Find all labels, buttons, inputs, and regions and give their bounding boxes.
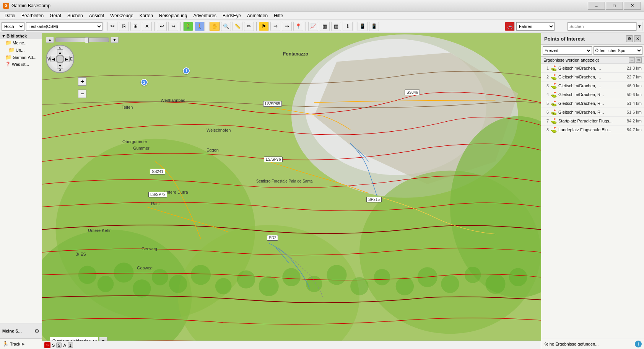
cut-button[interactable]: ✂ [107,22,117,31]
compass-down-btn[interactable]: ▼ [57,62,63,68]
map-zoom-out-btn[interactable]: – [78,90,86,98]
menu-item-birdseye[interactable]: BirdsEye [220,12,244,19]
poi-row[interactable]: 7 ⛳ Startplatz Paragleiter Flugs... 84.2… [541,117,644,126]
poi-info-btn[interactable]: i [635,341,642,347]
svg-point-16 [215,278,232,295]
poi-row[interactable]: 4 ⛳ Gleitschim/Drachen, R... 50.6 km [541,90,644,99]
redo-button[interactable]: ↪ [168,22,178,31]
pan-button[interactable]: ✋ [210,22,220,31]
folder-icon: 📁 [8,47,15,53]
select-button1[interactable]: ▦ [320,22,330,31]
track-blue-button[interactable]: 🚶 [195,22,205,31]
waypoint-2[interactable]: 2 [141,79,148,86]
zoom-tool-button[interactable]: 🔍 [221,22,231,31]
menu-item-karten[interactable]: Karten [137,12,156,19]
route-button1[interactable]: ⇒ [270,22,280,31]
paste-button[interactable]: ⊞ [130,22,140,31]
zoom-out-btn[interactable]: ▲ [46,37,54,43]
menu-item-reiseplanung[interactable]: Reiseplanung [156,12,190,19]
sidebar-item-un---[interactable]: 📁Un... [0,46,42,54]
map-zoom-btns: + – [46,77,119,98]
menu-item-datei[interactable]: Datei [2,12,18,19]
sidebar-item-was-ist---[interactable]: ❓Was ist... [0,61,42,67]
svg-point-25 [418,267,437,287]
minimize-button[interactable]: – [588,2,605,10]
compass-up-btn[interactable]: ▲ [57,49,63,55]
divider2 [154,22,154,31]
measure-button[interactable]: 📏 [233,22,242,31]
map-zoom-in-btn[interactable]: + [78,77,86,86]
zoom-slider-area[interactable]: ▲ ▼ [46,37,119,43]
poi-refresh-btn[interactable]: ↻ [636,57,642,63]
copy-button[interactable]: ⎘ [119,22,129,31]
draw-button[interactable]: ✏ [244,22,254,31]
poi-row[interactable]: 5 ⛳ Gleitschim/Drachen, R... 51.4 km [541,99,644,108]
compass-left-btn[interactable]: ◀ [50,56,57,62]
menu-item-ansicht[interactable]: Ansicht [86,12,107,19]
library-header[interactable]: ▼ Bibliothek [0,33,42,39]
menu-item-adventures[interactable]: Adventures [190,12,220,19]
poi-row[interactable]: 1 ⛳ Gleitschim/Drachen, ... 21.3 km [541,64,644,73]
search-dropdown-btn[interactable]: ▾ [636,22,642,31]
zoom-dropdown[interactable]: Hoch [2,22,24,31]
poi-row[interactable]: 8 ⛳ Landeplatz Flugschule Blu... 84.7 km [541,126,644,134]
zoom-thumb[interactable] [85,37,89,43]
undo-button[interactable]: ↩ [157,22,167,31]
sidebar-item-meine---[interactable]: 📁Meine... [0,39,42,46]
poi-settings-btn[interactable]: ⚙ [626,35,633,42]
zoom-in-btn[interactable]: ▼ [111,37,119,43]
library-label: Bibliothek [7,34,27,38]
poi-panel: Points of Interest ⚙ ✕ Freizeit Öffentli… [541,33,644,349]
menu-item-bearbeiten[interactable]: Bearbeiten [18,12,47,19]
menu-item-hilfe[interactable]: Hilfe [271,12,286,19]
profile-button[interactable]: 📈 [308,22,318,31]
menu-item-werkzeuge[interactable]: Werkzeuge [107,12,136,19]
device-button2[interactable]: 📱 [369,22,379,31]
app-icon: G [3,3,9,9]
track-icon: 🏃 [2,341,8,347]
poi-row[interactable]: 2 ⛳ Gleitschim/Drachen, ... 22.7 km [541,73,644,82]
svg-point-20 [306,276,322,292]
poi-filter1-select[interactable]: Freizeit [543,46,592,55]
device-button1[interactable]: 📱 [358,22,368,31]
waypoint-1[interactable]: 1 [183,67,190,74]
maximize-button[interactable]: □ [606,2,623,10]
svg-point-29 [509,268,527,286]
svg-point-18 [259,276,279,296]
track-item[interactable]: 🏃 Track ▶ [2,340,40,347]
zoom-track[interactable] [55,38,109,42]
transport-dropdown[interactable]: Fahren [516,22,555,31]
poi-close-btn[interactable]: ✕ [634,35,641,42]
poi-more-btn[interactable]: ··· [629,57,635,63]
map-dropdown[interactable]: Testkarte(OSM) [26,22,102,31]
divider5 [256,22,257,31]
meine-sachen-gear-icon[interactable]: ⚙ [34,328,39,334]
select-button2[interactable]: ▦ [331,22,341,31]
menu-item-suchen[interactable]: Suchen [64,12,86,19]
menu-item-ger-t[interactable]: Gerät [47,12,64,19]
poi-row[interactable]: 6 ⛳ Gleitschim/Drachen, R... 51.6 km [541,108,644,117]
waypoint-button[interactable]: 📍 [293,22,303,31]
menubar: DateiBearbeitenGerätSuchenAnsichtWerkzeu… [0,11,644,20]
route-button2[interactable]: ⇒ [282,22,292,31]
poi-row[interactable]: 3 ⛳ Gleitschim/Drachen, ... 46.0 km [541,82,644,90]
compass-rose: N S W E ▲ ▼ ◀ ▶ [46,45,76,75]
zoom-controls: ▲ ▼ N S W E ▲ ▼ [46,37,119,98]
menu-item-anmelden[interactable]: Anmelden [244,12,271,19]
map-canvas[interactable]: ▲ ▼ N S W E ▲ ▼ [42,33,541,349]
compass-right-btn[interactable]: ▶ [63,56,70,62]
folder-icon: 📁 [5,54,11,60]
delete-button[interactable]: ✕ [142,22,152,31]
track-green-button[interactable]: 🚶 [183,22,193,31]
poi-header: Points of Interest ⚙ ✕ [541,33,644,45]
close-button[interactable]: ✕ [624,2,641,10]
poi-filter2-select[interactable]: Öffentlicher Spo [594,46,643,55]
compass-center-btn[interactable] [56,55,64,63]
flag-button[interactable]: ⚑ [259,22,269,31]
sidebar-item-label: Garmin-Ad... [13,55,36,60]
poi-footer-text: Keine Ergebnisse gefunden... [543,342,598,346]
sidebar-item-garmin-ad---[interactable]: 📁Garmin-Ad... [0,54,42,61]
map-container[interactable]: ▲ ▼ N S W E ▲ ▼ [42,33,541,349]
info-button[interactable]: ℹ [343,22,353,31]
search-input[interactable] [568,22,636,31]
